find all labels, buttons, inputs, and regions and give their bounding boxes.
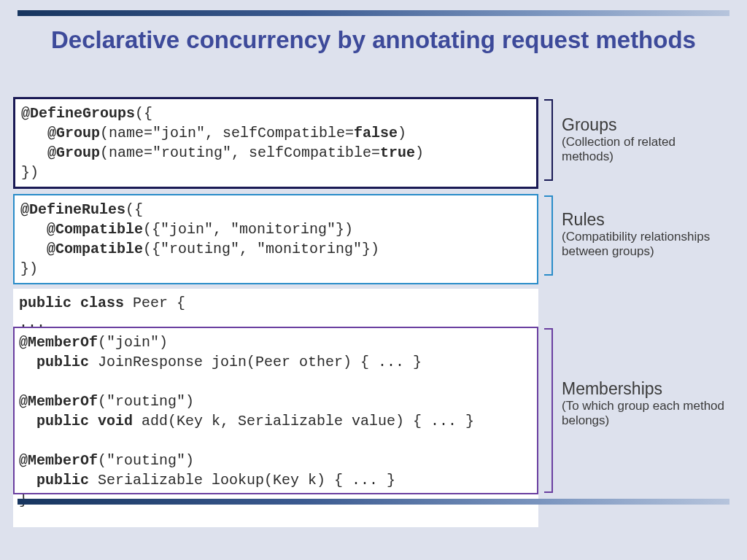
label-rules-sub: (Compatibility relationships between gro… bbox=[562, 230, 729, 259]
label-members-header: Memberships bbox=[562, 379, 729, 399]
code-box-rules: @DefineRules({ @Compatible({"join", "mon… bbox=[13, 194, 538, 284]
label-groups-header: Groups bbox=[562, 115, 729, 135]
label-members: Memberships (To which group each method … bbox=[562, 379, 729, 428]
code-box-class: public class Peer { ... @MemberOf("join"… bbox=[13, 289, 538, 527]
label-rules-header: Rules bbox=[562, 210, 729, 230]
bracket-rules bbox=[544, 195, 553, 276]
slide-title: Declarative concurrency by annotating re… bbox=[0, 25, 747, 55]
bracket-members bbox=[544, 328, 553, 493]
code-box-groups: @DefineGroups({ @Group(name="join", self… bbox=[13, 97, 538, 189]
label-rules: Rules (Compatibility relationships betwe… bbox=[562, 210, 729, 259]
label-groups-sub: (Collection of related methods) bbox=[562, 135, 729, 164]
bottom-gradient-bar bbox=[18, 499, 729, 505]
top-gradient-bar bbox=[18, 10, 729, 16]
label-members-sub: (To which group each method belongs) bbox=[562, 399, 729, 428]
label-groups: Groups (Collection of related methods) bbox=[562, 115, 729, 164]
bracket-groups bbox=[544, 99, 553, 181]
